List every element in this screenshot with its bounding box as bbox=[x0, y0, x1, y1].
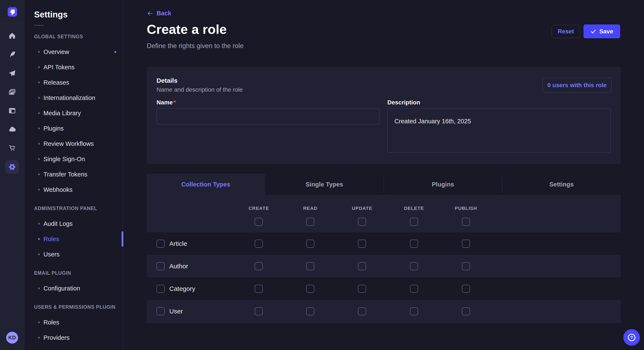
checkbox-category-read[interactable] bbox=[306, 285, 314, 293]
checkbox-article-read[interactable] bbox=[306, 240, 314, 248]
checkbox-user-publish[interactable] bbox=[462, 307, 470, 315]
checkbox-category-delete[interactable] bbox=[410, 285, 418, 293]
sidebar-item-label: Webhooks bbox=[44, 186, 72, 193]
checkbox-user-delete[interactable] bbox=[410, 307, 418, 315]
sidebar-item-internationalization[interactable]: Internationalization bbox=[24, 90, 123, 105]
section-global-settings: GLOBAL SETTINGS Overview API Tokens Rele… bbox=[24, 29, 123, 197]
bullet-icon bbox=[38, 223, 40, 224]
bullet-icon bbox=[38, 128, 40, 129]
title-divider bbox=[34, 25, 44, 25]
strapi-logo-icon[interactable] bbox=[8, 7, 17, 16]
strapi-admin: { "colors": { "accent": "#4945ff", "link… bbox=[0, 0, 644, 350]
section-users-permissions-plugin: USERS & PERMISSIONS PLUGIN Roles Provide… bbox=[24, 299, 123, 345]
paper-plane-icon[interactable] bbox=[6, 67, 18, 79]
checkbox-all-create[interactable] bbox=[255, 218, 263, 226]
sidebar-item-label: Users bbox=[44, 251, 60, 258]
checkbox-author-publish[interactable] bbox=[462, 262, 470, 270]
checkbox-article-create[interactable] bbox=[255, 240, 263, 248]
media-library-icon[interactable] bbox=[6, 86, 18, 98]
page-title: Create a role bbox=[147, 22, 227, 37]
permissions-header: CREATE READ UPDATE DELETE PUBLISH bbox=[146, 195, 621, 232]
bullet-icon bbox=[38, 174, 40, 175]
description-textarea[interactable]: Created January 16th, 2025 bbox=[388, 108, 611, 153]
cloud-icon[interactable] bbox=[6, 123, 18, 135]
main-content: Back Create a role Define the rights giv… bbox=[123, 0, 644, 350]
checkbox-category-update[interactable] bbox=[358, 285, 366, 293]
checkbox-user-create[interactable] bbox=[255, 307, 263, 315]
tab-plugins[interactable]: Plugins bbox=[384, 174, 502, 195]
section-administration-panel: ADMINISTRATION PANEL Audit Logs Roles Us… bbox=[24, 201, 123, 262]
details-title: Details bbox=[156, 77, 178, 84]
pen-icon[interactable] bbox=[6, 48, 18, 60]
row-label: Article bbox=[169, 232, 187, 255]
checkbox-author-update[interactable] bbox=[358, 262, 366, 270]
sidebar-item-audit-logs[interactable]: Audit Logs bbox=[24, 216, 123, 231]
name-input[interactable] bbox=[156, 108, 380, 124]
checkbox-row-user[interactable] bbox=[156, 307, 164, 315]
checkbox-article-delete[interactable] bbox=[410, 240, 418, 248]
tab-bar: Collection Types Single Types Plugins Se… bbox=[146, 174, 621, 195]
svg-text:?: ? bbox=[630, 335, 633, 340]
checkbox-row-article[interactable] bbox=[156, 240, 164, 248]
sidebar-item-configuration[interactable]: Configuration bbox=[24, 281, 123, 296]
table-row-user: User bbox=[146, 300, 621, 323]
sidebar-item-roles-active[interactable]: Roles bbox=[24, 231, 123, 247]
tab-settings[interactable]: Settings bbox=[502, 174, 621, 195]
sidebar-item-up-roles[interactable]: Roles bbox=[24, 315, 123, 330]
checkbox-author-create[interactable] bbox=[255, 262, 263, 270]
checkbox-author-read[interactable] bbox=[306, 262, 314, 270]
checkbox-author-delete[interactable] bbox=[410, 262, 418, 270]
sidebar-item-label: Configuration bbox=[44, 285, 80, 292]
checkbox-user-read[interactable] bbox=[306, 307, 314, 315]
checkbox-all-read[interactable] bbox=[306, 218, 314, 226]
settings-gear-icon[interactable] bbox=[5, 160, 19, 174]
tab-collection-types[interactable]: Collection Types bbox=[146, 174, 265, 195]
sidebar-item-providers[interactable]: Providers bbox=[24, 330, 123, 345]
bullet-icon bbox=[38, 112, 40, 114]
sidebar-item-api-tokens[interactable]: API Tokens bbox=[24, 59, 123, 75]
checkbox-all-publish[interactable] bbox=[462, 218, 470, 226]
table-row-author: Author bbox=[146, 255, 621, 278]
sidebar-item-users[interactable]: Users bbox=[24, 247, 123, 262]
back-link[interactable]: Back bbox=[147, 10, 171, 17]
checkbox-all-delete[interactable] bbox=[410, 218, 418, 226]
section-label: GLOBAL SETTINGS bbox=[24, 29, 123, 44]
page-subtitle: Define the rights given to the role bbox=[147, 42, 244, 50]
sidebar-item-label: Releases bbox=[44, 79, 69, 86]
back-arrow-icon bbox=[147, 10, 154, 17]
save-label: Save bbox=[599, 28, 613, 35]
checkbox-article-update[interactable] bbox=[358, 240, 366, 248]
checkbox-category-create[interactable] bbox=[255, 285, 263, 293]
checkbox-user-update[interactable] bbox=[358, 307, 366, 315]
tab-single-types[interactable]: Single Types bbox=[265, 174, 384, 195]
sidebar-item-overview[interactable]: Overview bbox=[24, 44, 123, 59]
sidebar-item-label: Audit Logs bbox=[44, 220, 72, 227]
cart-icon[interactable] bbox=[6, 142, 18, 154]
checkbox-row-category[interactable] bbox=[156, 285, 164, 293]
checkbox-all-update[interactable] bbox=[358, 218, 366, 226]
users-with-role-button[interactable]: 0 users with this role bbox=[543, 78, 612, 93]
help-button[interactable]: ? bbox=[623, 329, 640, 346]
active-indicator bbox=[122, 231, 123, 247]
reset-button[interactable]: Reset bbox=[552, 25, 580, 38]
sidebar-item-media-library[interactable]: Media Library bbox=[24, 105, 123, 121]
sidebar-item-transfer-tokens[interactable]: Transfer Tokens bbox=[24, 167, 123, 182]
sidebar-item-plugins[interactable]: Plugins bbox=[24, 121, 123, 136]
checkbox-article-publish[interactable] bbox=[462, 240, 470, 248]
home-icon[interactable] bbox=[6, 30, 18, 42]
checkbox-row-author[interactable] bbox=[156, 262, 164, 270]
user-avatar[interactable]: KD bbox=[6, 332, 18, 344]
permissions-panel: CREATE READ UPDATE DELETE PUBLISH Articl… bbox=[146, 195, 621, 323]
sidebar-item-single-sign-on[interactable]: Single Sign-On bbox=[24, 151, 123, 167]
sidebar-item-releases[interactable]: Releases bbox=[24, 75, 123, 90]
save-button[interactable]: Save bbox=[584, 24, 620, 38]
checkbox-category-publish[interactable] bbox=[462, 285, 470, 293]
sidebar-item-review-workflows[interactable]: Review Workflows bbox=[24, 136, 123, 151]
sidebar-item-webhooks[interactable]: Webhooks bbox=[24, 182, 123, 197]
sidebar-item-label: Overview bbox=[44, 48, 69, 55]
sidebar-title: Settings bbox=[24, 8, 123, 20]
bullet-icon bbox=[38, 253, 40, 255]
details-subtitle: Name and description of the role bbox=[156, 86, 243, 93]
bullet-icon bbox=[38, 66, 40, 68]
layout-icon[interactable] bbox=[6, 105, 18, 117]
